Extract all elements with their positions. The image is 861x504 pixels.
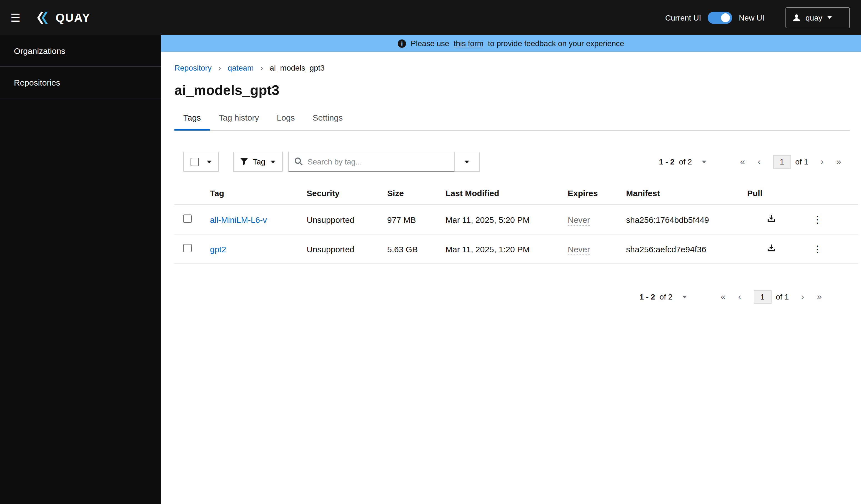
caret-down-icon xyxy=(207,160,211,163)
top-navbar: ☰ QUAY Current UI New UI quay xyxy=(0,0,861,35)
sidebar: Organizations Repositories xyxy=(0,35,161,504)
filter-icon xyxy=(241,158,248,165)
caret-down-icon xyxy=(270,160,275,163)
first-page-button[interactable]: « xyxy=(734,153,751,170)
row-checkbox[interactable] xyxy=(183,215,192,223)
breadcrumb-separator-icon: › xyxy=(218,63,221,72)
tab-tag-history[interactable]: Tag history xyxy=(210,111,268,131)
pagination-range: 1 - 2 xyxy=(640,292,655,301)
filter-type-label: Tag xyxy=(253,157,265,166)
feedback-form-link[interactable]: this form xyxy=(453,39,483,48)
sidebar-item-organizations[interactable]: Organizations xyxy=(0,35,161,67)
per-page-menu-toggle[interactable]: 1 - 2 of 2 xyxy=(656,157,710,167)
tag-size: 977 MB xyxy=(387,215,416,224)
current-ui-label: Current UI xyxy=(665,13,701,22)
page-title: ai_models_gpt3 xyxy=(175,82,850,98)
column-header-pull: Pull xyxy=(738,182,800,205)
pagination-top: 1 - 2 of 2 « ‹ of 1 › » xyxy=(656,153,858,170)
row-actions-kebab-icon[interactable]: ⋮ xyxy=(808,242,826,256)
previous-page-button[interactable]: ‹ xyxy=(731,288,748,305)
column-header-tag: Tag xyxy=(201,182,298,205)
ui-version-toggle[interactable] xyxy=(708,11,732,24)
banner-text-prefix: Please use xyxy=(411,39,449,48)
sidebar-item-repositories[interactable]: Repositories xyxy=(0,67,161,98)
user-icon xyxy=(793,14,801,22)
previous-page-button[interactable]: ‹ xyxy=(751,153,767,170)
last-modified: Mar 11, 2025, 5:20 PM xyxy=(446,215,530,224)
info-icon xyxy=(398,39,406,47)
ui-toggle-group: Current UI New UI xyxy=(665,11,764,24)
download-icon xyxy=(767,215,775,223)
tag-link[interactable]: all-MiniLM-L6-v xyxy=(210,215,267,224)
next-page-button[interactable]: › xyxy=(794,288,811,305)
tag-link[interactable]: gpt2 xyxy=(210,244,226,254)
brand-name: QUAY xyxy=(56,11,91,24)
breadcrumb-qateam[interactable]: qateam xyxy=(228,63,254,72)
table-header-row: Tag Security Size Last Modified Expires … xyxy=(175,182,858,205)
breadcrumb-current: ai_models_gpt3 xyxy=(270,63,325,72)
download-icon xyxy=(767,244,775,252)
search-input[interactable] xyxy=(288,152,455,172)
tabs: Tags Tag history Logs Settings xyxy=(175,111,850,131)
last-page-button[interactable]: » xyxy=(811,288,828,305)
manifest-digest: sha256:1764bdb5f449 xyxy=(626,215,709,224)
row-actions-kebab-icon[interactable]: ⋮ xyxy=(808,213,826,227)
column-header-expires: Expires xyxy=(559,182,617,205)
pagination-range-total: of 2 xyxy=(660,292,673,301)
user-menu-dropdown[interactable]: quay xyxy=(785,7,850,28)
last-page-button[interactable]: » xyxy=(831,153,847,170)
current-page-input[interactable] xyxy=(773,155,791,169)
app: ☰ QUAY Current UI New UI quay xyxy=(0,0,861,504)
banner-text-suffix: to provide feedback on your experience xyxy=(488,39,624,48)
pull-download-button[interactable] xyxy=(764,242,779,256)
page-count-label: of 1 xyxy=(795,157,808,166)
caret-down-icon xyxy=(464,160,469,163)
row-checkbox[interactable] xyxy=(183,244,192,252)
caret-down-icon xyxy=(701,160,706,163)
column-header-manifest: Manifest xyxy=(617,182,738,205)
table-row: all-MiniLM-L6-v Unsupported 977 MB Mar 1… xyxy=(175,205,858,234)
user-menu-label: quay xyxy=(805,13,822,22)
bulk-select-dropdown[interactable] xyxy=(183,152,219,172)
page-count-label: of 1 xyxy=(776,292,789,301)
quay-logo-icon xyxy=(36,10,51,25)
first-page-button[interactable]: « xyxy=(715,288,731,305)
search-icon xyxy=(294,157,302,166)
tags-toolbar: Tag xyxy=(175,152,858,172)
column-header-size: Size xyxy=(378,182,437,205)
manifest-digest: sha256:aefcd7e94f36 xyxy=(626,244,706,254)
column-header-security: Security xyxy=(298,182,378,205)
expires-value[interactable]: Never xyxy=(568,244,590,255)
next-page-button[interactable]: › xyxy=(814,153,831,170)
breadcrumb-separator-icon: › xyxy=(260,63,263,72)
tab-logs[interactable]: Logs xyxy=(268,111,304,131)
bulk-select-checkbox[interactable] xyxy=(191,158,199,166)
search-group xyxy=(288,152,480,172)
tab-settings[interactable]: Settings xyxy=(304,111,352,131)
new-ui-label: New UI xyxy=(739,13,764,22)
select-all-column xyxy=(175,182,201,205)
tag-size: 5.63 GB xyxy=(387,244,418,254)
filter-type-dropdown[interactable]: Tag xyxy=(233,152,283,172)
pull-download-button[interactable] xyxy=(764,212,779,227)
pagination-range: 1 - 2 xyxy=(659,157,675,166)
table-row: gpt2 Unsupported 5.63 GB Mar 11, 2025, 1… xyxy=(175,234,858,264)
hamburger-menu-icon[interactable]: ☰ xyxy=(0,0,31,35)
current-page-input[interactable] xyxy=(753,290,771,304)
advanced-search-dropdown[interactable] xyxy=(454,152,480,172)
per-page-menu-toggle[interactable]: 1 - 2 of 2 xyxy=(636,292,691,302)
breadcrumb: Repository › qateam › ai_models_gpt3 xyxy=(175,63,850,72)
column-header-actions xyxy=(800,182,858,205)
column-header-last-modified: Last Modified xyxy=(437,182,559,205)
tags-table: Tag Security Size Last Modified Expires … xyxy=(175,182,858,264)
tab-tags[interactable]: Tags xyxy=(175,111,210,131)
sidebar-item-label: Repositories xyxy=(14,78,60,87)
breadcrumb-repository[interactable]: Repository xyxy=(175,63,211,72)
caret-down-icon xyxy=(682,295,687,298)
pagination-range-total: of 2 xyxy=(679,157,692,166)
feedback-banner: Please use this form to provide feedback… xyxy=(161,35,861,52)
quay-logo: QUAY xyxy=(36,10,91,25)
expires-value[interactable]: Never xyxy=(568,215,590,225)
last-modified: Mar 11, 2025, 1:20 PM xyxy=(446,244,530,254)
page-nav: « ‹ of 1 › » xyxy=(715,288,828,305)
